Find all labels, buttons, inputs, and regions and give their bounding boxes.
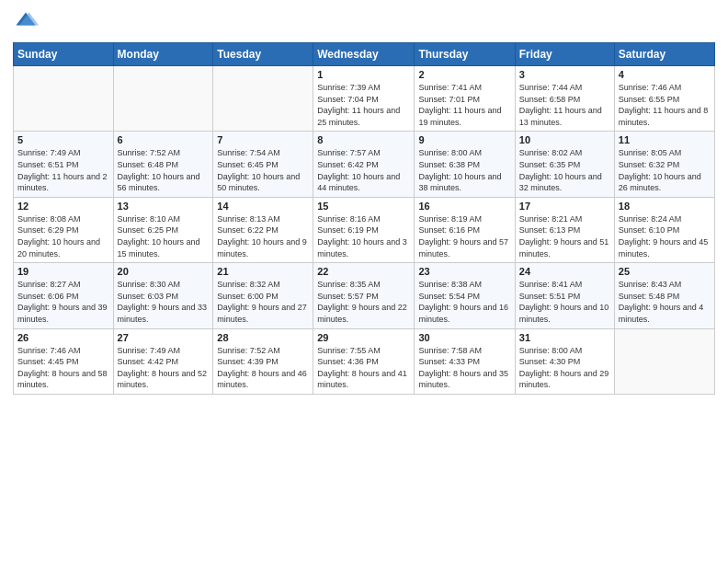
calendar-cell: 12Sunrise: 8:08 AMSunset: 6:29 PMDayligh… [14, 197, 114, 262]
calendar-cell: 13Sunrise: 8:10 AMSunset: 6:25 PMDayligh… [113, 197, 213, 262]
logo [13, 9, 42, 35]
day-info: Sunrise: 7:52 AMSunset: 4:39 PMDaylight:… [217, 345, 309, 391]
day-info: Sunrise: 7:55 AMSunset: 4:36 PMDaylight:… [317, 345, 410, 391]
calendar-cell: 6Sunrise: 7:52 AMSunset: 6:48 PMDaylight… [113, 132, 213, 197]
day-info: Sunrise: 7:39 AMSunset: 7:04 PMDaylight:… [317, 82, 410, 128]
calendar-cell: 15Sunrise: 8:16 AMSunset: 6:19 PMDayligh… [313, 197, 415, 262]
day-number: 25 [619, 266, 711, 277]
day-info: Sunrise: 8:35 AMSunset: 5:57 PMDaylight:… [317, 279, 410, 325]
day-info: Sunrise: 8:43 AMSunset: 5:48 PMDaylight:… [619, 279, 711, 325]
calendar-cell: 22Sunrise: 8:35 AMSunset: 5:57 PMDayligh… [313, 263, 415, 328]
day-info: Sunrise: 8:00 AMSunset: 4:30 PMDaylight:… [519, 345, 610, 391]
header [13, 9, 715, 35]
calendar-cell: 21Sunrise: 8:32 AMSunset: 6:00 PMDayligh… [213, 263, 313, 328]
logo-icon [13, 9, 39, 35]
calendar-cell: 29Sunrise: 7:55 AMSunset: 4:36 PMDayligh… [313, 328, 415, 394]
calendar-cell: 7Sunrise: 7:54 AMSunset: 6:45 PMDaylight… [213, 132, 313, 197]
day-number: 3 [519, 69, 610, 80]
day-info: Sunrise: 8:19 AMSunset: 6:16 PMDaylight:… [418, 213, 510, 259]
day-number: 16 [418, 201, 510, 212]
calendar-cell [614, 328, 714, 394]
day-number: 24 [519, 266, 610, 277]
day-number: 4 [619, 69, 711, 80]
calendar-cell: 18Sunrise: 8:24 AMSunset: 6:10 PMDayligh… [614, 197, 714, 262]
calendar-cell: 23Sunrise: 8:38 AMSunset: 5:54 PMDayligh… [415, 263, 515, 328]
day-info: Sunrise: 8:38 AMSunset: 5:54 PMDaylight:… [418, 279, 510, 325]
calendar-header-row: SundayMondayTuesdayWednesdayThursdayFrid… [14, 43, 715, 66]
day-number: 10 [519, 134, 610, 145]
day-number: 8 [317, 134, 410, 145]
weekday-header-wednesday: Wednesday [313, 43, 415, 66]
calendar-cell [14, 66, 114, 132]
calendar-cell: 1Sunrise: 7:39 AMSunset: 7:04 PMDaylight… [313, 66, 415, 132]
day-info: Sunrise: 7:58 AMSunset: 4:33 PMDaylight:… [418, 345, 510, 391]
weekday-header-saturday: Saturday [614, 43, 714, 66]
calendar-cell: 4Sunrise: 7:46 AMSunset: 6:55 PMDaylight… [614, 66, 714, 132]
day-number: 22 [317, 266, 410, 277]
day-info: Sunrise: 7:41 AMSunset: 7:01 PMDaylight:… [418, 82, 510, 128]
day-number: 9 [418, 134, 510, 145]
calendar-cell: 26Sunrise: 7:46 AMSunset: 4:45 PMDayligh… [14, 328, 114, 394]
day-info: Sunrise: 7:49 AMSunset: 6:51 PMDaylight:… [17, 147, 109, 193]
weekday-header-friday: Friday [515, 43, 614, 66]
day-number: 18 [619, 201, 711, 212]
day-number: 5 [17, 134, 109, 145]
day-info: Sunrise: 7:46 AMSunset: 4:45 PMDaylight:… [17, 345, 109, 391]
weekday-header-thursday: Thursday [415, 43, 515, 66]
day-number: 15 [317, 201, 410, 212]
day-number: 26 [17, 332, 109, 343]
calendar-week-1: 1Sunrise: 7:39 AMSunset: 7:04 PMDaylight… [14, 66, 715, 132]
day-number: 11 [619, 134, 711, 145]
calendar-week-5: 26Sunrise: 7:46 AMSunset: 4:45 PMDayligh… [14, 328, 715, 394]
day-number: 7 [217, 134, 309, 145]
calendar-cell [213, 66, 313, 132]
day-number: 28 [217, 332, 309, 343]
calendar-cell: 30Sunrise: 7:58 AMSunset: 4:33 PMDayligh… [415, 328, 515, 394]
calendar-cell: 5Sunrise: 7:49 AMSunset: 6:51 PMDaylight… [14, 132, 114, 197]
day-number: 30 [418, 332, 510, 343]
day-number: 20 [118, 266, 210, 277]
calendar-cell: 16Sunrise: 8:19 AMSunset: 6:16 PMDayligh… [415, 197, 515, 262]
day-info: Sunrise: 8:41 AMSunset: 5:51 PMDaylight:… [519, 279, 610, 325]
calendar-cell [113, 66, 213, 132]
calendar-cell: 10Sunrise: 8:02 AMSunset: 6:35 PMDayligh… [515, 132, 614, 197]
calendar-cell: 27Sunrise: 7:49 AMSunset: 4:42 PMDayligh… [113, 328, 213, 394]
day-info: Sunrise: 7:44 AMSunset: 6:58 PMDaylight:… [519, 82, 610, 128]
calendar-cell: 17Sunrise: 8:21 AMSunset: 6:13 PMDayligh… [515, 197, 614, 262]
day-info: Sunrise: 7:49 AMSunset: 4:42 PMDaylight:… [118, 345, 210, 391]
day-info: Sunrise: 8:02 AMSunset: 6:35 PMDaylight:… [519, 147, 610, 193]
day-info: Sunrise: 7:52 AMSunset: 6:48 PMDaylight:… [118, 147, 210, 193]
day-number: 2 [418, 69, 510, 80]
day-number: 13 [118, 201, 210, 212]
calendar-cell: 3Sunrise: 7:44 AMSunset: 6:58 PMDaylight… [515, 66, 614, 132]
day-number: 21 [217, 266, 309, 277]
day-number: 31 [519, 332, 610, 343]
day-info: Sunrise: 8:10 AMSunset: 6:25 PMDaylight:… [118, 213, 210, 259]
day-number: 17 [519, 201, 610, 212]
day-info: Sunrise: 8:05 AMSunset: 6:32 PMDaylight:… [619, 147, 711, 193]
day-number: 12 [17, 201, 109, 212]
calendar-cell: 19Sunrise: 8:27 AMSunset: 6:06 PMDayligh… [14, 263, 114, 328]
calendar-cell: 31Sunrise: 8:00 AMSunset: 4:30 PMDayligh… [515, 328, 614, 394]
calendar-cell: 11Sunrise: 8:05 AMSunset: 6:32 PMDayligh… [614, 132, 714, 197]
day-number: 23 [418, 266, 510, 277]
weekday-header-sunday: Sunday [14, 43, 114, 66]
day-info: Sunrise: 8:08 AMSunset: 6:29 PMDaylight:… [17, 213, 109, 259]
calendar-week-4: 19Sunrise: 8:27 AMSunset: 6:06 PMDayligh… [14, 263, 715, 328]
calendar-cell: 24Sunrise: 8:41 AMSunset: 5:51 PMDayligh… [515, 263, 614, 328]
calendar-cell: 9Sunrise: 8:00 AMSunset: 6:38 PMDaylight… [415, 132, 515, 197]
day-info: Sunrise: 8:16 AMSunset: 6:19 PMDaylight:… [317, 213, 410, 259]
calendar-cell: 2Sunrise: 7:41 AMSunset: 7:01 PMDaylight… [415, 66, 515, 132]
calendar-cell: 20Sunrise: 8:30 AMSunset: 6:03 PMDayligh… [113, 263, 213, 328]
day-info: Sunrise: 8:21 AMSunset: 6:13 PMDaylight:… [519, 213, 610, 259]
calendar-cell: 14Sunrise: 8:13 AMSunset: 6:22 PMDayligh… [213, 197, 313, 262]
day-number: 6 [118, 134, 210, 145]
day-info: Sunrise: 8:24 AMSunset: 6:10 PMDaylight:… [619, 213, 711, 259]
day-info: Sunrise: 7:46 AMSunset: 6:55 PMDaylight:… [619, 82, 711, 128]
day-info: Sunrise: 8:32 AMSunset: 6:00 PMDaylight:… [217, 279, 309, 325]
day-info: Sunrise: 8:00 AMSunset: 6:38 PMDaylight:… [418, 147, 510, 193]
weekday-header-tuesday: Tuesday [213, 43, 313, 66]
calendar-cell: 25Sunrise: 8:43 AMSunset: 5:48 PMDayligh… [614, 263, 714, 328]
day-number: 1 [317, 69, 410, 80]
page: SundayMondayTuesdayWednesdayThursdayFrid… [0, 0, 728, 563]
